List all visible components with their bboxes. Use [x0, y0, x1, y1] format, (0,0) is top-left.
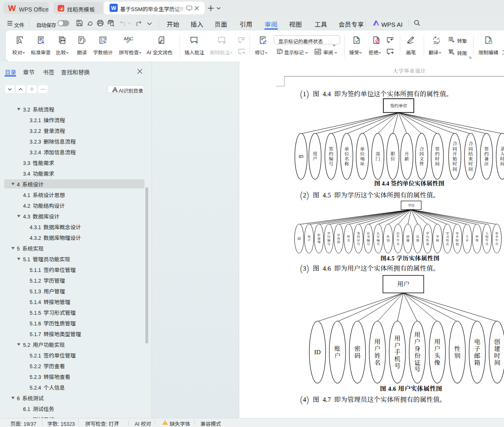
svg-text:性别: 性别 [454, 344, 460, 360]
svg-text:用户: 用户 [313, 150, 317, 162]
svg-text:A: A [437, 36, 440, 41]
svg-text:文: 文 [433, 40, 437, 44]
svg-text:用户: 用户 [308, 234, 311, 242]
svg-text:性别: 性别 [387, 234, 390, 242]
svg-text:身份证号: 身份证号 [357, 231, 360, 246]
svg-text:学历: 学历 [408, 203, 415, 207]
svg-text:姓名: 姓名 [347, 234, 350, 242]
svg-text:证书编号: 证书编号 [367, 231, 370, 246]
svg-text:民族: 民族 [416, 234, 420, 242]
svg-text:毕业年月: 毕业年月 [495, 231, 499, 246]
svg-text:W: W [111, 5, 117, 11]
svg-text:ABC: ABC [124, 36, 133, 41]
svg-text:转接地: 转接地 [317, 232, 321, 244]
svg-text:单位地址: 单位地址 [360, 145, 365, 167]
svg-text:单位名称: 单位名称 [345, 145, 349, 167]
svg-text:合同结束时间: 合同结束时间 [469, 140, 473, 172]
svg-text:ID: ID [299, 153, 303, 159]
svg-text:专业: 专业 [466, 234, 469, 242]
svg-text:创建时间: 创建时间 [494, 337, 500, 366]
svg-text:签约时间: 签约时间 [435, 145, 440, 167]
svg-text:用户身份证号: 用户身份证号 [414, 330, 421, 373]
svg-text:学历性质: 学历性质 [426, 231, 429, 246]
svg-text:用户头像: 用户头像 [434, 337, 440, 366]
svg-text:签约备注: 签约备注 [484, 145, 489, 167]
svg-text:职位: 职位 [391, 150, 395, 162]
svg-text:学习形式: 学习形式 [446, 231, 449, 246]
svg-text:签约编号: 签约编号 [329, 145, 334, 167]
svg-text:签约单位: 签约单位 [390, 102, 407, 109]
svg-text:出生年月: 出生年月 [397, 231, 400, 246]
svg-text:录入时间: 录入时间 [500, 145, 504, 167]
svg-text:账户: 账户 [334, 344, 341, 360]
svg-text:密码: 密码 [354, 344, 360, 360]
svg-text:团籍: 团籍 [406, 234, 410, 242]
svg-text:毕业院校: 毕业院校 [456, 231, 459, 246]
svg-text:合同开始时间: 合同开始时间 [453, 140, 457, 172]
svg-text:ID: ID [298, 236, 301, 241]
svg-text:用户姓名: 用户姓名 [374, 337, 380, 366]
svg-text:班级: 班级 [476, 234, 479, 242]
svg-text:用户: 用户 [397, 279, 409, 288]
svg-text:认证编号: 认证编号 [377, 231, 380, 246]
svg-text:合同文件: 合同文件 [420, 145, 424, 167]
svg-text:入校年月: 入校年月 [485, 231, 489, 246]
svg-text:学制: 学制 [436, 234, 439, 242]
svg-text:月薪: 月薪 [405, 150, 409, 162]
svg-text:学历编号: 学历编号 [327, 231, 331, 246]
svg-text:证件照: 证件照 [337, 232, 341, 244]
svg-text:电子邮箱: 电子邮箱 [474, 337, 480, 366]
svg-text:ID: ID [314, 347, 321, 356]
svg-text:12: 12 [100, 37, 105, 42]
svg-text:部门: 部门 [376, 150, 380, 162]
svg-text:用户手机号: 用户手机号 [394, 334, 400, 370]
